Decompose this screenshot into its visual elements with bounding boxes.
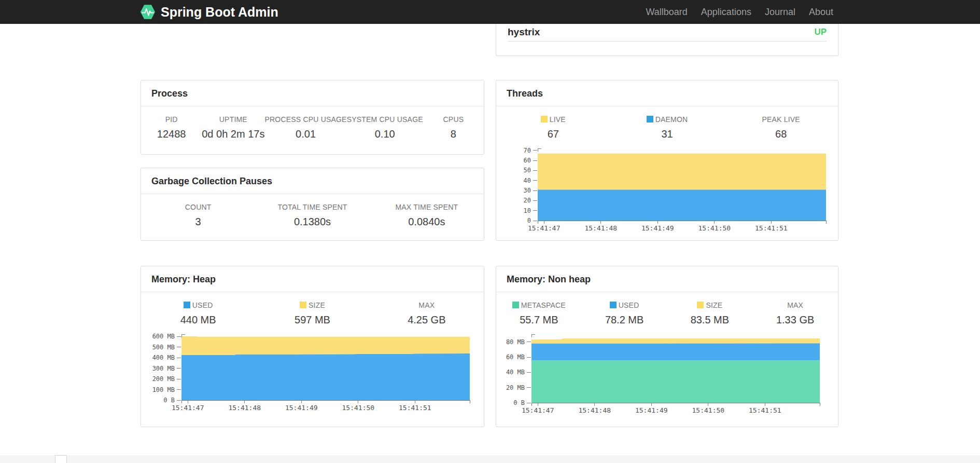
stat-value: 31: [610, 128, 724, 140]
svg-text:15:41:50: 15:41:50: [692, 406, 725, 414]
legend-square-icon: [541, 116, 548, 122]
stat-peak-live: PEAK LIVE68: [724, 115, 838, 140]
stat-live: LIVE67: [496, 115, 610, 140]
svg-text:15:41:48: 15:41:48: [584, 224, 617, 232]
legend-square-icon: [610, 302, 617, 308]
stat-label: MAX: [752, 301, 838, 309]
stat-used: USED440 MB: [141, 301, 255, 326]
nav-item-about[interactable]: About: [802, 7, 840, 18]
stat-label: PROCESS CPU USAGE: [264, 115, 346, 124]
stat-value: 78.2 MB: [582, 314, 667, 326]
stat-used: USED78.2 MB: [582, 301, 667, 326]
svg-text:30: 30: [524, 187, 531, 194]
nav-item-journal[interactable]: Journal: [758, 7, 802, 18]
svg-text:80 MB: 80 MB: [506, 338, 525, 346]
svg-text:15:41:49: 15:41:49: [635, 406, 668, 414]
stat-max: MAX4.25 GB: [370, 301, 484, 326]
stat-value: 0.0840s: [370, 216, 484, 228]
garbage-collection-card: Garbage Collection Pauses COUNT3TOTAL TI…: [141, 168, 484, 241]
stat-max-time-spent: MAX TIME SPENT0.0840s: [370, 203, 484, 228]
svg-text:15:41:49: 15:41:49: [285, 404, 318, 412]
svg-text:20: 20: [524, 197, 531, 204]
svg-text:15:41:48: 15:41:48: [228, 404, 261, 412]
svg-text:15:41:47: 15:41:47: [528, 224, 561, 232]
stat-pid: PID12488: [141, 115, 202, 140]
stat-label: UPTIME: [202, 115, 264, 124]
threads-stats: LIVE67DAEMON31PEAK LIVE68: [496, 106, 838, 140]
threads-card: Threads LIVE67DAEMON31PEAK LIVE68 15:41:…: [496, 80, 838, 241]
svg-text:0: 0: [527, 217, 531, 224]
page-bottom-strip: [0, 455, 980, 463]
svg-text:15:41:51: 15:41:51: [755, 224, 788, 232]
stat-value: 68: [724, 128, 838, 140]
memory-nonheap-card: Memory: Non heap METASPACE55.7 MBUSED78.…: [496, 266, 838, 427]
svg-text:0 B: 0 B: [163, 397, 175, 404]
dashboard-page: hystrix UP Process PID12488UPTIME0d 0h 2…: [0, 24, 980, 463]
stat-label: PEAK LIVE: [724, 115, 838, 124]
memory-heap-chart: 15:41:4715:41:4815:41:4915:41:5015:41:51…: [142, 331, 484, 416]
stat-value: 4.25 GB: [370, 314, 484, 326]
stat-value: 55.7 MB: [496, 314, 582, 326]
nonheap-stats: METASPACE55.7 MBUSED78.2 MBSIZE83.5 MBMA…: [496, 292, 838, 326]
stat-max: MAX1.33 GB: [752, 301, 838, 326]
svg-text:0 B: 0 B: [513, 399, 525, 406]
svg-text:100 MB: 100 MB: [152, 386, 175, 393]
stat-value: 0d 0h 2m 17s: [202, 128, 264, 140]
svg-text:15:41:50: 15:41:50: [698, 224, 731, 232]
stat-label: LIVE: [496, 115, 610, 124]
nonheap-card-title: Memory: Non heap: [496, 266, 838, 292]
threads-chart: 15:41:4715:41:4815:41:4915:41:5015:41:51…: [515, 145, 838, 236]
stat-size: SIZE83.5 MB: [667, 301, 753, 326]
heap-stats: USED440 MBSIZE597 MBMAX4.25 GB: [141, 292, 484, 326]
status-badge: UP: [814, 27, 827, 37]
svg-text:15:41:47: 15:41:47: [522, 406, 554, 414]
nav-item-applications[interactable]: Applications: [694, 7, 758, 18]
status-bubble: [55, 455, 67, 463]
divider: [508, 41, 827, 42]
svg-text:60: 60: [524, 157, 531, 164]
stat-total-time-spent: TOTAL TIME SPENT0.1380s: [255, 203, 369, 228]
stat-size: SIZE597 MB: [255, 301, 369, 326]
threads-card-title: Threads: [496, 80, 838, 106]
stat-value: 440 MB: [141, 314, 255, 326]
stat-daemon: DAEMON31: [610, 115, 724, 140]
svg-text:40 MB: 40 MB: [506, 369, 525, 376]
top-navbar: Spring Boot Admin Wallboard Applications…: [0, 0, 980, 24]
svg-text:70: 70: [524, 147, 531, 154]
navbar-menu: Wallboard Applications Journal About: [639, 7, 840, 18]
stat-metaspace: METASPACE55.7 MB: [496, 301, 582, 326]
svg-text:300 MB: 300 MB: [152, 365, 175, 372]
stat-process-cpu-usage: PROCESS CPU USAGE0.01: [264, 115, 346, 140]
svg-text:15:41:50: 15:41:50: [342, 404, 375, 412]
svg-text:600 MB: 600 MB: [152, 333, 175, 340]
stat-value: 0.10: [347, 128, 423, 140]
svg-text:15:41:51: 15:41:51: [749, 406, 781, 414]
stat-count: COUNT3: [141, 203, 255, 228]
process-card: Process PID12488UPTIME0d 0h 2m 17sPROCES…: [141, 80, 484, 155]
brand-link[interactable]: Spring Boot Admin: [140, 4, 278, 20]
stat-value: 1.33 GB: [752, 314, 838, 326]
stat-value: 0.01: [264, 128, 346, 140]
application-row[interactable]: hystrix UP: [496, 24, 838, 41]
stat-label: METASPACE: [496, 301, 582, 309]
svg-text:60 MB: 60 MB: [506, 353, 525, 361]
memory-nonheap-chart: 15:41:4715:41:4815:41:4915:41:5015:41:51…: [499, 331, 838, 418]
stat-value: 12488: [141, 128, 202, 140]
svg-text:10: 10: [524, 207, 531, 214]
stat-label: SIZE: [255, 301, 369, 309]
stat-label: USED: [141, 301, 255, 309]
svg-text:200 MB: 200 MB: [152, 375, 175, 383]
gc-stats: COUNT3TOTAL TIME SPENT0.1380sMAX TIME SP…: [141, 194, 484, 228]
legend-square-icon: [512, 302, 519, 308]
svg-text:15:41:47: 15:41:47: [172, 404, 204, 412]
stat-value: 3: [141, 216, 255, 228]
legend-square-icon: [184, 302, 190, 308]
stat-label: DAEMON: [610, 115, 724, 124]
stat-value: 0.1380s: [255, 216, 369, 228]
stat-cpus: CPUS8: [423, 115, 484, 140]
stat-label: SYSTEM CPU USAGE: [347, 115, 423, 124]
stat-value: 67: [496, 128, 610, 140]
nav-item-wallboard[interactable]: Wallboard: [639, 7, 694, 18]
heap-card-title: Memory: Heap: [141, 266, 484, 292]
stat-label: COUNT: [141, 203, 255, 211]
